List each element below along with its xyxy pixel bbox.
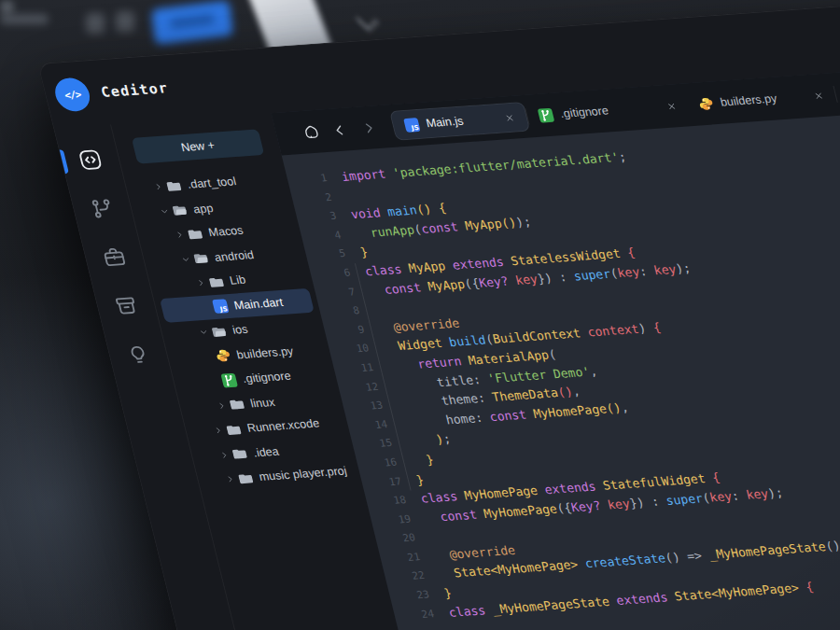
tab-builders-py[interactable]: builders.py [684,80,838,119]
background-toolbar-icon [116,11,134,32]
tree-item-label: android [213,248,255,264]
tree-item-label: Lib [229,273,247,287]
close-icon[interactable] [812,90,825,101]
folder-icon [225,422,243,437]
folder-icon [231,446,249,461]
chevron-down-icon[interactable] [180,255,191,265]
file-icon: JS [212,299,230,314]
sidebar-item-archive-box-icon[interactable] [106,289,146,323]
chevron-right-icon[interactable] [225,474,236,484]
tree-item-label: .dart_tool [186,175,237,191]
tab-label: Main.js [425,115,465,131]
chevron-down-icon[interactable] [159,206,170,217]
sidebar-item-briefcase-icon[interactable] [94,241,133,274]
background-chevron-shape [356,8,378,31]
python-file-icon [697,96,715,111]
tree-item-label: .idea [252,444,280,459]
folder-icon [187,227,204,242]
js-file-icon: JS [212,299,230,314]
tab-main-js[interactable]: JSMain.js [389,102,530,141]
new-file-button[interactable]: New + [132,129,264,163]
tab--gitignore[interactable]: .gitignore [525,91,692,131]
chevron-right-icon[interactable] [195,278,206,288]
python-file-icon [215,348,232,363]
chevron-right-icon[interactable] [213,426,224,436]
tree-item-label: ios [231,323,249,337]
tree-item-label: app [192,202,215,216]
folder-open-icon [172,203,189,217]
code-line-content: } [427,584,455,605]
close-icon[interactable] [665,101,679,112]
tab-label: builders.py [719,92,778,109]
chevron-right-icon[interactable] [216,400,227,411]
folder-icon [237,470,255,485]
folder-icon [165,178,183,193]
close-icon[interactable] [503,112,516,123]
file-icon [220,372,238,387]
home-icon[interactable] [301,122,323,141]
folder-open-icon [192,251,210,266]
chevron-right-icon[interactable] [218,450,230,460]
file-icon [215,348,232,363]
tree-item-label: Main.dart [232,296,284,313]
sidebar-item-code-editor-icon[interactable] [71,143,110,176]
background-blue-button [151,0,233,45]
tree-item-label: .gitignore [241,370,292,385]
background-toolbar-icon [86,13,105,34]
sidebar-item-git-branch-icon[interactable] [83,191,122,225]
background-text-blob [0,14,49,24]
app-logo-icon: </> [51,77,93,112]
line-number: 24 [393,605,437,626]
folder-icon [229,397,246,412]
gitignore-file-icon [538,107,555,122]
folder-open-icon [211,324,229,339]
tree-item-label: linux [249,396,276,411]
app-title: Ceditor [99,79,170,101]
chevron-right-icon[interactable] [175,231,186,241]
chevron-down-icon[interactable] [198,328,209,338]
code-line-content: } [343,244,371,264]
folder-icon [208,274,226,289]
js-file-icon: JS [403,118,421,133]
tree-item-label: Macos [207,224,245,239]
gitignore-file-icon [220,372,238,387]
tree-item-label: builders.py [235,344,295,361]
chevron-right-icon[interactable] [153,182,164,192]
code-line-content: } [399,470,427,491]
tab-label: .gitignore [559,104,610,119]
back-chevron-icon[interactable] [329,120,351,139]
tree-item-label: music player.proj [258,465,348,483]
sidebar-item-lightbulb-icon[interactable] [119,338,158,371]
background-avatar-dot [0,0,14,14]
editor-window: </> Ceditor New + .dart_toolappMacosandr… [37,0,840,630]
forward-chevron-icon[interactable] [358,119,381,137]
tree-item-label: Runner.xcode [245,417,320,435]
